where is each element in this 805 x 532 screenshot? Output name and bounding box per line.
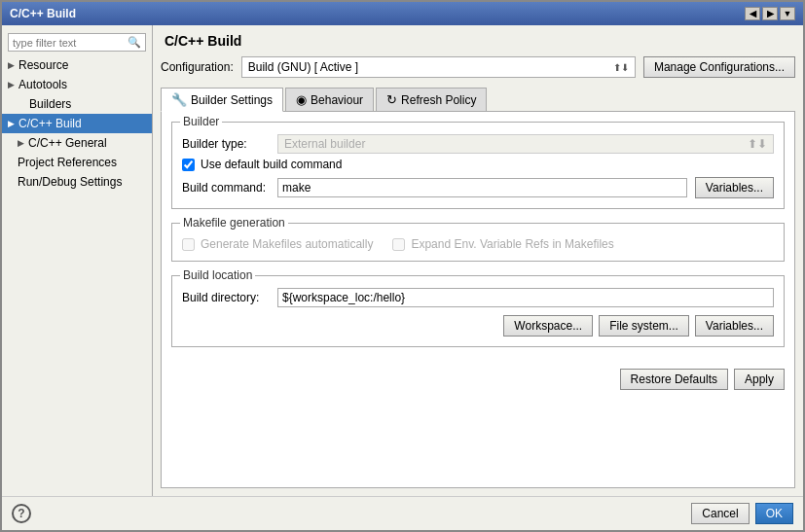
- tabs: 🔧 Builder Settings ◉ Behaviour ↻ Refresh…: [161, 88, 795, 112]
- builder-type-label: Builder type:: [182, 137, 270, 151]
- dialog-title: C/C++ Build: [10, 7, 76, 20]
- menu-btn[interactable]: ▼: [780, 7, 795, 20]
- use-default-row: Use default build command: [182, 158, 774, 171]
- builder-type-select: External builder ⬆⬇: [277, 134, 774, 154]
- sidebar-item-label: Resource: [18, 58, 68, 72]
- sidebar-item-label: Autotools: [18, 78, 67, 91]
- sidebar-item-builders[interactable]: Builders: [2, 94, 152, 114]
- tab-behaviour[interactable]: ◉ Behaviour: [285, 88, 374, 111]
- sidebar-item-resource[interactable]: ▶ Resource: [2, 55, 152, 75]
- sidebar-item-label: C/C++ General: [28, 136, 107, 150]
- filesystem-button[interactable]: File system...: [599, 315, 689, 337]
- build-command-row: Build command: Variables...: [182, 177, 774, 198]
- use-default-label: Use default build command: [201, 158, 342, 171]
- config-row: Configuration: Build (GNU) [ Active ] ⬆⬇…: [161, 56, 795, 78]
- builder-group-label: Builder: [180, 115, 222, 128]
- builder-type-arrow-icon: ⬆⬇: [748, 137, 767, 151]
- sidebar-item-cpp-build[interactable]: ▶ C/C++ Build: [2, 114, 152, 133]
- generate-makefiles-row: Generate Makefiles automatically: [182, 237, 373, 251]
- sidebar-item-project-refs[interactable]: Project References: [2, 153, 152, 172]
- expand-env-checkbox[interactable]: [392, 238, 405, 251]
- sidebar-item-label: Run/Debug Settings: [18, 175, 122, 189]
- arrow-icon: ▶: [8, 119, 15, 128]
- tab-label: Refresh Policy: [401, 93, 476, 107]
- ok-button[interactable]: OK: [755, 503, 793, 524]
- tab-label: Builder Settings: [191, 93, 273, 107]
- build-command-variables-button[interactable]: Variables...: [695, 177, 774, 198]
- builder-type-value: External builder: [284, 137, 365, 151]
- dialog-titlebar: C/C++ Build ◀ ▶ ▼: [2, 2, 803, 25]
- build-command-input[interactable]: [277, 178, 687, 197]
- arrow-icon: ▶: [18, 138, 24, 148]
- generate-makefiles-checkbox[interactable]: [182, 238, 195, 251]
- expand-env-row: Expand Env. Variable Refs in Makefiles: [392, 237, 613, 251]
- workspace-button[interactable]: Workspace...: [503, 315, 593, 337]
- config-value: Build (GNU) [ Active ]: [248, 60, 358, 74]
- main-header: C/C++ Build: [161, 33, 795, 49]
- filter-box[interactable]: 🔍: [8, 33, 146, 52]
- tab-panel-builder-settings: Builder Builder type: External builder ⬆…: [161, 112, 795, 488]
- generate-makefiles-label: Generate Makefiles automatically: [201, 237, 373, 251]
- refresh-icon: ↻: [386, 92, 397, 107]
- builder-settings-icon: 🔧: [171, 92, 187, 107]
- filter-icon: 🔍: [128, 36, 141, 49]
- makefile-options-row: Generate Makefiles automatically Expand …: [182, 233, 774, 251]
- expand-env-label: Expand Env. Variable Refs in Makefiles: [411, 237, 613, 251]
- dialog-body: 🔍 ▶ Resource ▶ Autotools Builders ▶ C/C+…: [2, 25, 803, 496]
- build-command-label: Build command:: [182, 181, 270, 195]
- sidebar-item-run-debug[interactable]: Run/Debug Settings: [2, 172, 152, 192]
- sidebar-item-cpp-general[interactable]: ▶ C/C++ General: [2, 133, 152, 153]
- bottom-buttons: Cancel OK: [691, 503, 793, 524]
- makefile-group-label: Makefile generation: [180, 216, 288, 230]
- sidebar-item-label: C/C++ Build: [18, 117, 82, 130]
- builder-group: Builder Builder type: External builder ⬆…: [171, 122, 785, 209]
- filter-input[interactable]: [13, 37, 128, 49]
- tab-refresh-policy[interactable]: ↻ Refresh Policy: [376, 88, 487, 111]
- use-default-checkbox[interactable]: [182, 159, 195, 171]
- forward-btn[interactable]: ▶: [762, 7, 778, 20]
- back-btn[interactable]: ◀: [745, 7, 760, 20]
- manage-configurations-button[interactable]: Manage Configurations...: [643, 56, 795, 78]
- titlebar-buttons: ◀ ▶ ▼: [745, 7, 795, 20]
- bottom-bar: ? Cancel OK: [2, 496, 803, 530]
- build-dir-row: Build directory:: [182, 288, 774, 307]
- dialog: C/C++ Build ◀ ▶ ▼ 🔍 ▶ Resource ▶ Autotoo…: [0, 0, 805, 532]
- build-location-group: Build location Build directory: Workspac…: [171, 275, 785, 347]
- cancel-button[interactable]: Cancel: [691, 503, 749, 524]
- makefile-group: Makefile generation Generate Makefiles a…: [171, 223, 785, 262]
- restore-apply-row: Restore Defaults Apply: [171, 365, 785, 390]
- sidebar-item-autotools[interactable]: ▶ Autotools: [2, 75, 152, 94]
- dropdown-arrow-icon: ⬆⬇: [613, 62, 629, 73]
- help-icon[interactable]: ?: [12, 504, 31, 523]
- builder-type-row: Builder type: External builder ⬆⬇: [182, 134, 774, 154]
- tab-label: Behaviour: [311, 93, 363, 107]
- arrow-icon: ▶: [8, 60, 15, 70]
- config-select[interactable]: Build (GNU) [ Active ] ⬆⬇: [241, 56, 636, 78]
- build-location-variables-button[interactable]: Variables...: [695, 315, 774, 337]
- build-location-buttons: Workspace... File system... Variables...: [182, 315, 774, 337]
- sidebar-item-label: Builders: [29, 97, 71, 111]
- arrow-icon: ▶: [8, 80, 15, 89]
- build-location-label: Build location: [180, 268, 255, 282]
- behaviour-icon: ◉: [296, 92, 307, 107]
- tab-builder-settings[interactable]: 🔧 Builder Settings: [161, 88, 283, 112]
- sidebar: 🔍 ▶ Resource ▶ Autotools Builders ▶ C/C+…: [2, 25, 153, 496]
- build-dir-label: Build directory:: [182, 291, 270, 304]
- build-dir-input[interactable]: [277, 288, 774, 307]
- main-content: C/C++ Build Configuration: Build (GNU) […: [153, 25, 803, 496]
- sidebar-item-label: Project References: [18, 156, 117, 169]
- apply-button[interactable]: Apply: [734, 369, 785, 390]
- config-label: Configuration:: [161, 60, 234, 74]
- restore-defaults-button[interactable]: Restore Defaults: [620, 369, 728, 390]
